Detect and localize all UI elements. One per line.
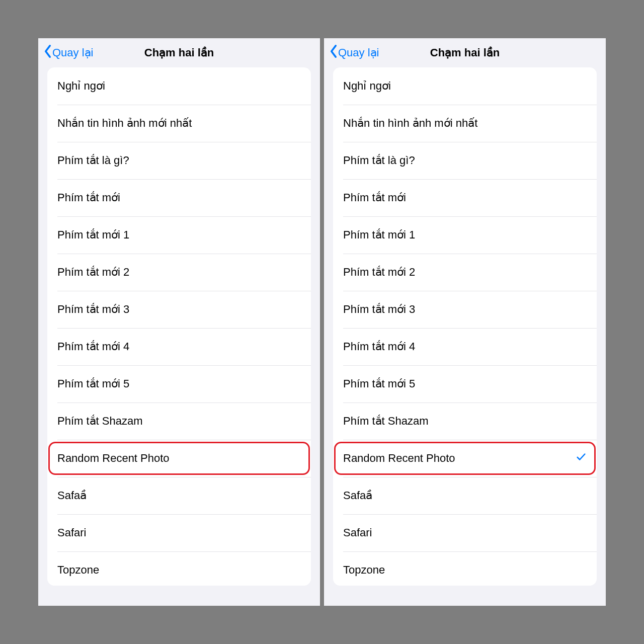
list-item[interactable]: Nghỉ ngơi xyxy=(333,67,597,105)
list-item[interactable]: Random Recent Photo xyxy=(333,440,597,477)
list-item[interactable]: Random Recent Photo xyxy=(47,440,311,477)
list-item[interactable]: Phím tắt mới 3 xyxy=(333,291,597,328)
navbar: Quay lại Chạm hai lần xyxy=(38,38,320,67)
list-item[interactable]: Phím tắt mới 2 xyxy=(47,254,311,291)
list-item-label: Phím tắt là gì? xyxy=(343,154,587,167)
list-item-label: Safaầ xyxy=(343,489,587,502)
list-item-label: Random Recent Photo xyxy=(57,452,301,465)
back-label: Quay lại xyxy=(338,46,379,59)
chevron-left-icon xyxy=(329,44,338,61)
list-item[interactable]: Phím tắt mới 2 xyxy=(333,254,597,291)
list-item-label: Phím tắt Shazam xyxy=(343,415,587,428)
list-item[interactable]: Phím tắt mới 3 xyxy=(47,291,311,328)
back-button[interactable]: Quay lại xyxy=(42,42,94,63)
list-item-label: Phím tắt mới 3 xyxy=(57,303,301,316)
list-item[interactable]: Topzone xyxy=(333,551,597,586)
list-item[interactable]: Phím tắt Shazam xyxy=(333,403,597,440)
chevron-left-icon xyxy=(43,44,52,61)
list-item[interactable]: Phím tắt Shazam xyxy=(47,403,311,440)
list-item[interactable]: Phím tắt mới xyxy=(333,179,597,216)
list-item-label: Phím tắt là gì? xyxy=(57,154,301,167)
list-item[interactable]: Safari xyxy=(333,514,597,551)
list-item-label: Safaầ xyxy=(57,489,301,502)
list-item[interactable]: Phím tắt mới 1 xyxy=(47,216,311,254)
list-item[interactable]: Phím tắt mới 4 xyxy=(47,328,311,365)
list-item-label: Nghỉ ngơi xyxy=(57,79,301,93)
list-item-label: Phím tắt Shazam xyxy=(57,415,301,428)
list-item[interactable]: Nhắn tin hình ảnh mới nhất xyxy=(333,105,597,142)
list-item[interactable]: Safari xyxy=(47,514,311,551)
list-item[interactable]: Safaầ xyxy=(333,477,597,514)
list-item-label: Phím tắt mới 3 xyxy=(343,303,587,316)
list-item-label: Random Recent Photo xyxy=(343,452,576,465)
list-item-label: Phím tắt mới 1 xyxy=(343,228,587,242)
screen-left: Quay lại Chạm hai lần Nghỉ ngơiNhắn tin … xyxy=(38,38,320,606)
back-button[interactable]: Quay lại xyxy=(328,42,380,63)
list-item-label: Safari xyxy=(57,526,301,539)
option-list-right: Nghỉ ngơiNhắn tin hình ảnh mới nhấtPhím … xyxy=(333,67,597,586)
list-item[interactable]: Phím tắt mới 5 xyxy=(333,365,597,403)
list-item[interactable]: Safaầ xyxy=(47,477,311,514)
list-item-label: Phím tắt mới xyxy=(57,191,301,204)
list-item[interactable]: Nghỉ ngơi xyxy=(47,67,311,105)
side-by-side-screens: Quay lại Chạm hai lần Nghỉ ngơiNhắn tin … xyxy=(38,38,606,606)
list-item[interactable]: Phím tắt mới xyxy=(47,179,311,216)
option-list-left: Nghỉ ngơiNhắn tin hình ảnh mới nhấtPhím … xyxy=(47,67,311,586)
list-item-label: Phím tắt mới 4 xyxy=(57,340,301,353)
list-item[interactable]: Topzone xyxy=(47,551,311,586)
list-item-label: Phím tắt mới xyxy=(343,191,587,204)
list-item-label: Phím tắt mới 1 xyxy=(57,228,301,242)
list-item-label: Nhắn tin hình ảnh mới nhất xyxy=(57,117,301,130)
list-item-label: Phím tắt mới 5 xyxy=(57,377,301,390)
navbar: Quay lại Chạm hai lần xyxy=(324,38,606,67)
list-item-label: Phím tắt mới 2 xyxy=(57,266,301,279)
checkmark-icon xyxy=(576,451,587,465)
screen-right: Quay lại Chạm hai lần Nghỉ ngơiNhắn tin … xyxy=(324,38,606,606)
back-label: Quay lại xyxy=(52,46,93,59)
list-item-label: Nghỉ ngơi xyxy=(343,79,587,93)
list-item[interactable]: Phím tắt là gì? xyxy=(333,142,597,179)
list-item[interactable]: Phím tắt mới 5 xyxy=(47,365,311,403)
list-item-label: Safari xyxy=(343,526,587,539)
list-item-label: Phím tắt mới 4 xyxy=(343,340,587,353)
list-item-label: Phím tắt mới 5 xyxy=(343,377,587,390)
list-item[interactable]: Phím tắt mới 4 xyxy=(333,328,597,365)
list-item[interactable]: Nhắn tin hình ảnh mới nhất xyxy=(47,105,311,142)
list-item[interactable]: Phím tắt mới 1 xyxy=(333,216,597,254)
list-item[interactable]: Phím tắt là gì? xyxy=(47,142,311,179)
list-item-label: Nhắn tin hình ảnh mới nhất xyxy=(343,117,587,130)
list-item-label: Topzone xyxy=(343,564,587,577)
list-item-label: Topzone xyxy=(57,564,301,577)
list-item-label: Phím tắt mới 2 xyxy=(343,266,587,279)
